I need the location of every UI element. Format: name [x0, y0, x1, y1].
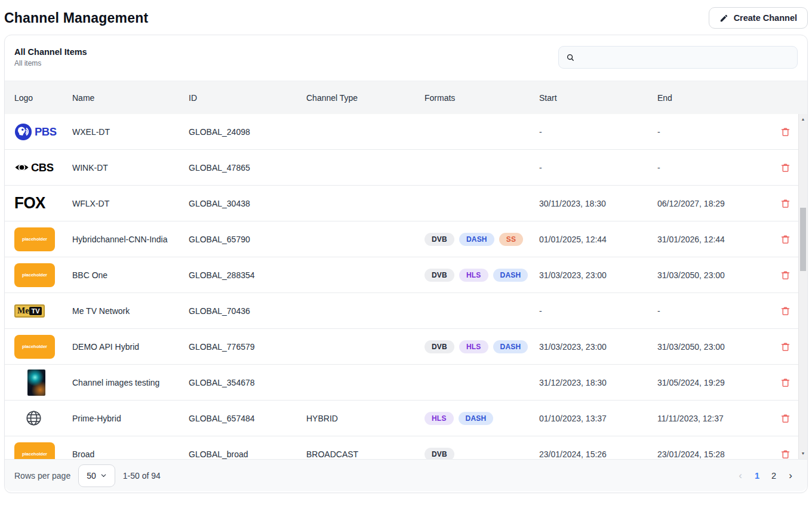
channel-formats: DVBDASHSS [425, 233, 539, 246]
table-body: PBS WXEL-DT GLOBAL_24098 - - CBS WINK-DT… [5, 114, 798, 459]
channel-start: 31/03/2023, 23:00 [539, 270, 657, 280]
trash-icon [780, 234, 791, 245]
channel-start: - [539, 127, 657, 137]
trash-icon [780, 198, 791, 209]
placeholder-logo: placeholder [14, 442, 55, 460]
search-input[interactable] [580, 53, 790, 62]
globe-icon [25, 409, 42, 427]
trash-icon [780, 270, 791, 281]
channel-name: Channel images testing [72, 378, 189, 387]
delete-channel-button[interactable] [778, 447, 793, 460]
channel-id: GLOBAL_47865 [189, 163, 306, 173]
placeholder-logo: placeholder [14, 263, 55, 287]
channel-name: Prime-Hybrid [72, 414, 189, 423]
channel-logo-cell [14, 409, 72, 427]
column-header-channel-type: Channel Type [306, 93, 425, 103]
trash-icon [780, 377, 791, 388]
channel-end: - [657, 306, 772, 316]
channel-logo-cell: placeholder [14, 442, 72, 460]
scroll-up-icon[interactable]: ▲ [799, 115, 807, 124]
create-channel-button[interactable]: Create Channel [709, 7, 808, 29]
format-badge-hls: HLS [459, 340, 488, 353]
delete-channel-button[interactable] [778, 267, 793, 283]
channel-name: Me TV Network [72, 306, 189, 316]
delete-channel-button[interactable] [778, 160, 793, 175]
channel-start: 31/12/2023, 18:30 [539, 378, 657, 387]
channel-start: 31/03/2023, 23:00 [539, 342, 657, 352]
format-badge-dvb: DVB [425, 448, 454, 460]
scroll-down-icon[interactable]: ▼ [799, 449, 807, 458]
channel-end: 11/11/2023, 12:37 [657, 414, 772, 423]
channel-end: 31/03/2050, 23:00 [657, 270, 772, 280]
channel-start: 30/11/2023, 18:30 [539, 199, 657, 208]
delete-channel-button[interactable] [778, 124, 793, 140]
vertical-scrollbar[interactable]: ▲ ▼ [798, 114, 807, 459]
channel-end: 06/12/2027, 18:29 [657, 199, 772, 208]
range-text: 1-50 of 94 [123, 471, 161, 481]
delete-channel-button[interactable] [778, 196, 793, 211]
channel-id: GLOBAL_288354 [189, 270, 306, 280]
channel-id: GLOBAL_776579 [189, 342, 306, 352]
channel-formats: DVBHLSDASH [425, 340, 539, 353]
delete-channel-button[interactable] [778, 303, 793, 319]
scrollbar-thumb[interactable] [800, 208, 806, 271]
column-header-id: ID [189, 93, 306, 103]
row-actions [772, 232, 798, 247]
rows-per-page-select[interactable]: 50 [78, 464, 115, 487]
list-titles: All Channel Items All items [14, 47, 87, 67]
channel-start: 01/01/2025, 12:44 [539, 235, 657, 244]
channel-id: GLOBAL_65790 [189, 235, 306, 244]
fox-logo: FOX [14, 194, 45, 213]
delete-channel-button[interactable] [778, 411, 793, 426]
format-badge-dvb: DVB [425, 340, 454, 353]
table-footer: Rows per page 50 1-50 of 94 ‹ 1 2 › [5, 459, 807, 491]
page-title: Channel Management [4, 10, 148, 26]
footer-left: Rows per page 50 1-50 of 94 [14, 464, 161, 487]
channel-end: - [657, 163, 772, 173]
table-header: Logo Name ID Channel Type Formats Start … [5, 81, 807, 114]
page-button-2[interactable]: 2 [767, 468, 781, 484]
table-row: Channel images testing GLOBAL_354678 31/… [5, 365, 798, 401]
previous-page-button[interactable]: ‹ [733, 468, 748, 484]
create-channel-label: Create Channel [734, 13, 797, 23]
column-header-logo: Logo [14, 93, 72, 103]
delete-channel-button[interactable] [778, 339, 793, 355]
chevron-down-icon [100, 472, 107, 479]
channel-logo-cell: CBS [14, 160, 72, 175]
page-button-1[interactable]: 1 [750, 468, 764, 484]
channel-start: - [539, 163, 657, 173]
row-actions [772, 267, 798, 283]
channel-start: 01/10/2023, 13:37 [539, 414, 657, 423]
next-page-button[interactable]: › [783, 468, 798, 484]
row-actions [772, 196, 798, 211]
channel-formats: DVBHLSDASH [425, 269, 539, 282]
table-row: FOX WFLX-DT GLOBAL_30438 30/11/2023, 18:… [5, 186, 798, 221]
table-row: PBS WXEL-DT GLOBAL_24098 - - [5, 114, 798, 150]
delete-channel-button[interactable] [778, 232, 793, 247]
channel-logo-cell: MeTV [14, 304, 72, 318]
channel-type: HYBRID [306, 414, 425, 423]
delete-channel-button[interactable] [778, 375, 793, 390]
channel-logo-cell: placeholder [14, 227, 72, 251]
format-badge-dvb: DVB [425, 269, 454, 282]
table-row: placeholder BBC One GLOBAL_288354 DVBHLS… [5, 257, 798, 293]
column-header-end: End [657, 93, 772, 103]
search-box[interactable] [558, 46, 798, 69]
row-actions [772, 339, 798, 355]
trash-icon [780, 306, 791, 316]
channel-name: Hybridchannel-CNN-India [72, 235, 189, 244]
channel-name: Broad [72, 449, 189, 459]
format-badge-hls: HLS [425, 412, 454, 425]
channel-id: GLOBAL_24098 [189, 127, 306, 137]
cbs-logo: CBS [14, 160, 54, 175]
channel-logo-cell [14, 369, 72, 396]
column-header-formats: Formats [425, 93, 539, 103]
channel-name: WINK-DT [72, 163, 189, 173]
channel-logo-cell: placeholder [14, 263, 72, 287]
channel-id: GLOBAL_30438 [189, 199, 306, 208]
card-header: All Channel Items All items [5, 35, 807, 81]
row-actions [772, 160, 798, 175]
placeholder-logo: placeholder [14, 335, 55, 359]
rows-per-page-label: Rows per page [14, 471, 70, 481]
column-header-name: Name [72, 93, 189, 103]
